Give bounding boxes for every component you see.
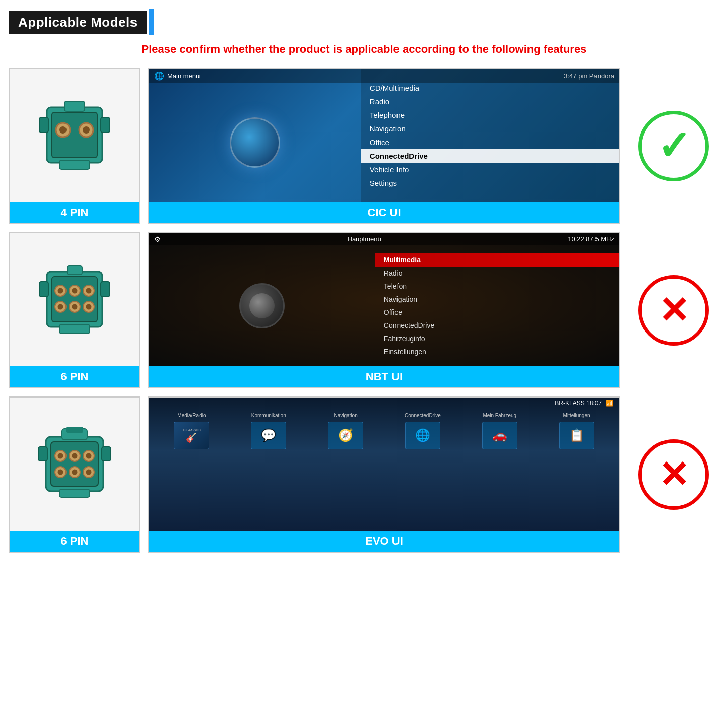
connector-4pin-label: 4 PIN	[10, 202, 139, 223]
nbt-knob	[239, 283, 285, 328]
cic-item-office: Office	[361, 136, 619, 149]
connector-6pin-image-1	[15, 242, 134, 361]
svg-point-18	[86, 288, 92, 293]
evo-box-nav: 🧭	[328, 422, 363, 449]
connector-6pin-label-1: 6 PIN	[10, 366, 139, 387]
evo-label-connected: ConnectedDrive	[405, 413, 441, 419]
evo-box-mitt: 📋	[559, 422, 594, 449]
nbt-topbar-left: Hauptmenü	[348, 235, 381, 243]
svg-point-37	[86, 453, 92, 458]
svg-point-33	[58, 453, 63, 458]
nbt-menu-list: Multimedia Radio Telefon Navigation Offi…	[375, 245, 619, 366]
svg-rect-44	[38, 447, 47, 461]
x-icon-nbt	[638, 275, 709, 346]
evo-screen-cell: BR-KLASS 18:07 📶 Media/Radio CLASSIC 🎸	[148, 396, 620, 553]
evo-status-cell	[628, 396, 719, 553]
svg-rect-8	[101, 117, 110, 133]
connector-6pin-svg-2	[37, 426, 112, 506]
nbt-item-fahrzeuginfo: Fahrzeuginfo	[375, 332, 619, 345]
svg-rect-12	[67, 266, 82, 275]
connector-6pin-label-2: 6 PIN	[10, 531, 139, 552]
svg-point-4	[59, 126, 67, 134]
evo-icons-row: Media/Radio CLASSIC 🎸 Kommunikation	[149, 409, 619, 449]
nbt-screen-cell: ⚙ Hauptmenü 10:22 87.5 MHz Mul	[148, 232, 620, 388]
header-blue-bar	[149, 9, 154, 35]
svg-point-6	[83, 126, 90, 134]
subtitle: Please confirm whether the product is ap…	[9, 42, 719, 57]
nbt-item-connecteddrive: ConnectedDrive	[375, 319, 619, 332]
connector-6pin-svg-1	[37, 261, 112, 342]
svg-rect-25	[39, 282, 48, 297]
svg-point-20	[58, 304, 63, 309]
page-container: PEMP Applicable Models Please confirm wh…	[0, 0, 728, 728]
nbt-item-telefon: Telefon	[375, 280, 619, 293]
cic-label: CIC UI	[149, 202, 619, 223]
evo-col-mitt: Mitteilungen 📋	[538, 413, 615, 449]
cic-globe-big	[230, 117, 280, 168]
cic-main-menu-label: Main menu	[167, 72, 200, 80]
nbt-item-einstellungen: Einstellungen	[375, 345, 619, 358]
nbt-item-multimedia: Multimedia	[375, 253, 619, 267]
cic-item-navigation: Navigation	[361, 122, 619, 136]
nbt-knob-inner	[249, 293, 275, 318]
check-icon	[638, 111, 709, 181]
evo-label-media: Media/Radio	[177, 413, 206, 419]
nbt-item-navigation: Navigation	[375, 293, 619, 306]
connector-6pin-image-2	[15, 407, 134, 525]
cic-item-vehicleinfo: Vehicle Info	[361, 163, 619, 176]
nbt-screen-inner: ⚙ Hauptmenü 10:22 87.5 MHz Mul	[149, 233, 619, 366]
svg-point-16	[72, 288, 78, 293]
svg-rect-7	[39, 117, 48, 133]
connector-4pin-image	[15, 78, 134, 197]
evo-col-media: Media/Radio CLASSIC 🎸	[153, 413, 230, 449]
cic-screen-inner: 🌐 Main menu 3:47 pm Pandora CD/Multimedi…	[149, 69, 619, 202]
nbt-label: NBT UI	[149, 366, 619, 387]
cic-screen-cell: 🌐 Main menu 3:47 pm Pandora CD/Multimedi…	[148, 68, 620, 224]
cic-globe-area	[149, 83, 361, 202]
nbt-screen: ⚙ Hauptmenü 10:22 87.5 MHz Mul	[149, 233, 619, 366]
svg-point-14	[58, 288, 63, 293]
evo-box-fahrzeug: 🚗	[482, 422, 517, 449]
row-nbt: 6 PIN ⚙ Hauptmenü 10:22 87.5 MHz	[9, 232, 719, 388]
svg-rect-26	[101, 282, 110, 297]
evo-label-nav: Navigation	[334, 413, 357, 419]
svg-point-35	[72, 453, 78, 458]
svg-rect-45	[102, 447, 111, 461]
connector-4pin-svg	[37, 97, 112, 178]
svg-rect-2	[64, 101, 85, 111]
evo-wifi-icon: 📶	[606, 400, 613, 407]
evo-topbar-right: BR-KLASS 18:07	[555, 400, 602, 407]
cic-status-cell	[628, 68, 719, 224]
evo-screen: BR-KLASS 18:07 📶 Media/Radio CLASSIC 🎸	[149, 398, 619, 531]
nbt-knob-area	[149, 245, 375, 366]
cic-item-cdmultimedia: CD/Multimedia	[361, 81, 619, 95]
evo-topbar: BR-KLASS 18:07 📶	[149, 398, 619, 409]
cic-topbar-left: 🌐 Main menu	[154, 71, 200, 81]
svg-point-22	[72, 304, 78, 309]
nbt-item-office: Office	[375, 306, 619, 319]
svg-point-39	[58, 469, 63, 475]
header: Applicable Models	[9, 9, 719, 35]
connector-6pin-cell-2: 6 PIN	[9, 396, 140, 553]
nbt-status-cell	[628, 232, 719, 388]
evo-label: EVO UI	[149, 531, 619, 552]
connector-6pin-cell-1: 6 PIN	[9, 232, 140, 388]
nbt-topbar-right: 10:22 87.5 MHz	[568, 235, 614, 243]
cic-menu-list: CD/Multimedia Radio Telephone Navigation…	[361, 69, 619, 202]
svg-rect-29	[51, 442, 98, 486]
cic-item-telephone: Telephone	[361, 108, 619, 122]
svg-point-24	[86, 304, 92, 309]
cic-item-settings: Settings	[361, 176, 619, 190]
svg-rect-46	[59, 489, 90, 497]
x-icon-evo	[638, 439, 709, 510]
svg-rect-27	[59, 324, 90, 334]
cic-globe-icon: 🌐	[154, 71, 164, 81]
evo-label-mitt: Mitteilungen	[563, 413, 590, 419]
evo-box-komm: 💬	[251, 422, 286, 449]
evo-col-nav: Navigation 🧭	[307, 413, 384, 449]
evo-box-media: CLASSIC 🎸	[174, 422, 209, 449]
svg-point-43	[86, 469, 92, 475]
row-cic: 4 PIN 🌐 Main menu 3:47 pm Pandora	[9, 68, 719, 224]
evo-label-fahrzeug: Mein Fahrzeug	[483, 413, 516, 419]
nbt-item-radio: Radio	[375, 267, 619, 280]
